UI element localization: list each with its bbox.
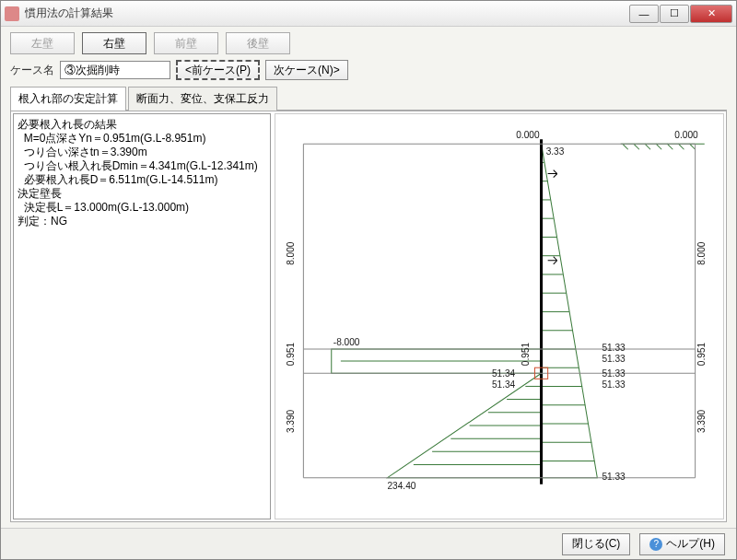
- tab-stability[interactable]: 根入れ部の安定計算: [10, 87, 126, 111]
- window-title: 慣用法の計算結果: [25, 6, 629, 21]
- lbl-3390r: 3.390: [696, 409, 707, 433]
- wall-back-button[interactable]: 後壁: [226, 32, 290, 54]
- svg-line-1: [623, 144, 628, 149]
- wall-left-button[interactable]: 左壁: [10, 32, 75, 54]
- lbl-5133b: 51.33: [602, 354, 626, 364]
- case-row: ケース名 <前ケース(P) 次ケース(N)>: [10, 60, 727, 80]
- case-input[interactable]: [60, 61, 170, 79]
- lbl-0951c: 0.951: [521, 342, 531, 366]
- svg-line-5: [667, 144, 673, 149]
- lbl-5133d: 51.33: [602, 379, 626, 390]
- results-text: 必要根入れ長の結果 M=0点深さYn＝0.951m(G.L-8.951m) つり…: [13, 113, 271, 519]
- lbl-left-8: 8.000: [286, 241, 296, 265]
- titlebar: 慣用法の計算結果 — ☐ ✕: [1, 1, 736, 27]
- svg-line-4: [656, 144, 661, 149]
- case-label: ケース名: [10, 63, 54, 78]
- svg-marker-8: [542, 144, 598, 477]
- lbl-234: 234.40: [388, 481, 416, 491]
- lbl-3390l: 3.390: [286, 409, 296, 433]
- lbl-5133a: 51.33: [602, 343, 626, 353]
- svg-line-6: [678, 144, 684, 149]
- lbl-5133e: 51.33: [602, 472, 626, 482]
- diagram-svg: 0.000 0.000 3.33 8.000 8.000 -8.000 51.3…: [275, 114, 723, 519]
- svg-line-2: [634, 144, 639, 149]
- lbl-right-8: 8.000: [696, 241, 707, 265]
- window: 慣用法の計算結果 — ☐ ✕ 左壁 右壁 前壁 後壁 ケース名 <前ケース(P)…: [0, 0, 737, 560]
- lbl-5133c: 51.33: [602, 368, 626, 379]
- lbl-neg8: -8.000: [333, 337, 360, 347]
- next-case-button[interactable]: 次ケース(N)>: [265, 60, 348, 80]
- minimize-button[interactable]: —: [629, 5, 659, 23]
- lbl-5134b: 51.34: [492, 379, 516, 390]
- app-icon: [5, 6, 19, 21]
- lbl-0951l: 0.951: [286, 342, 296, 366]
- main-panel: 必要根入れ長の結果 M=0点深さYn＝0.951m(G.L-8.951m) つり…: [10, 111, 727, 522]
- wall-front-button[interactable]: 前壁: [154, 32, 218, 54]
- svg-line-3: [645, 144, 650, 149]
- lbl-0951r: 0.951: [696, 342, 707, 366]
- maximize-button[interactable]: ☐: [660, 5, 689, 23]
- close-button[interactable]: ✕: [690, 5, 732, 23]
- help-button[interactable]: ? ヘルプ(H): [639, 533, 725, 555]
- lbl-top-l: 0.000: [516, 130, 540, 140]
- svg-line-7: [690, 144, 696, 149]
- window-buttons: — ☐ ✕: [629, 5, 732, 23]
- diagram-panel: 0.000 0.000 3.33 8.000 8.000 -8.000 51.3…: [275, 113, 724, 519]
- content: 左壁 右壁 前壁 後壁 ケース名 <前ケース(P) 次ケース(N)> 根入れ部の…: [1, 27, 736, 528]
- arrow-icon: [548, 170, 557, 264]
- lbl-333: 3.33: [546, 146, 565, 157]
- lbl-5134a: 51.34: [492, 368, 516, 379]
- tab-forces[interactable]: 断面力、変位、支保工反力: [128, 87, 277, 111]
- help-icon: ?: [649, 538, 662, 551]
- lbl-top-r: 0.000: [674, 130, 698, 140]
- wall-right-button[interactable]: 右壁: [82, 32, 146, 54]
- footer: 閉じる(C) ? ヘルプ(H): [1, 528, 736, 559]
- close-dialog-button[interactable]: 閉じる(C): [562, 533, 631, 555]
- tab-bar: 根入れ部の安定計算 断面力、変位、支保工反力: [10, 86, 727, 111]
- prev-case-button[interactable]: <前ケース(P): [176, 60, 260, 80]
- wall-selector-row: 左壁 右壁 前壁 後壁: [10, 32, 727, 54]
